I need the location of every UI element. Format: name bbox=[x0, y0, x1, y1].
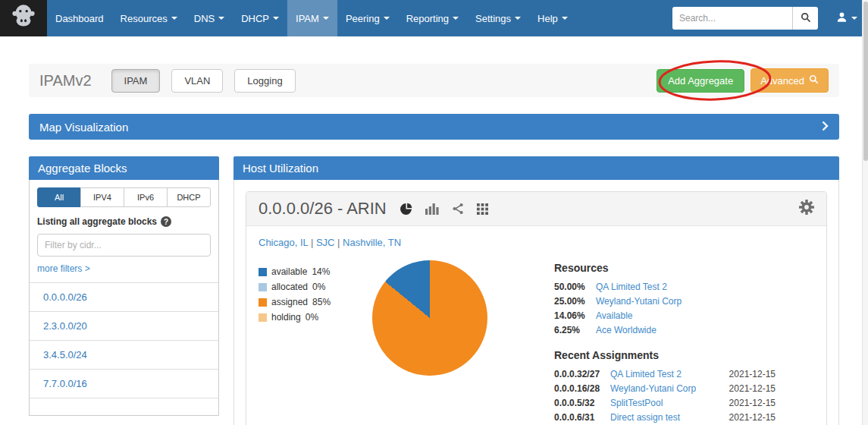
more-filters-link[interactable]: more filters > bbox=[37, 263, 90, 274]
search-icon bbox=[801, 12, 811, 25]
resource-percent: 6.25% bbox=[554, 325, 596, 335]
legend-swatch bbox=[259, 283, 267, 291]
assignment-date: 2021-12-15 bbox=[729, 398, 776, 408]
legend-label: available bbox=[271, 266, 307, 277]
location-link[interactable]: SJC bbox=[316, 237, 335, 248]
legend-swatch bbox=[259, 268, 267, 276]
nav-dhcp[interactable]: DHCP bbox=[233, 0, 287, 36]
location-link[interactable]: Nashville, TN bbox=[343, 237, 401, 248]
assignment-cidr: 0.0.0.6/31 bbox=[554, 412, 610, 423]
pie-chart bbox=[372, 260, 487, 376]
resource-link[interactable]: QA Limited Test 2 bbox=[596, 282, 667, 292]
scrollbar-thumb[interactable] bbox=[863, 2, 868, 161]
page-header: IPAMv2 IPAM VLAN Logging Add Aggregate A… bbox=[29, 64, 839, 97]
table-row: 14.06%Available bbox=[554, 310, 776, 321]
assignment-link[interactable]: QA Limited Test 2 bbox=[610, 369, 729, 379]
legend-item: assigned85% bbox=[259, 297, 363, 307]
utilization-widget-header: 0.0.0.0/26 - ARIN bbox=[246, 192, 826, 226]
pie-legend: available14% allocated0% assigned85% hol… bbox=[259, 260, 363, 327]
location-link[interactable]: Chicago, IL bbox=[259, 237, 308, 248]
nav-reporting[interactable]: Reporting bbox=[398, 0, 467, 36]
gear-icon[interactable] bbox=[799, 200, 814, 218]
search-button[interactable] bbox=[792, 7, 818, 30]
host-utilization-header: Host Utilization bbox=[233, 156, 839, 180]
nav-label: DHCP bbox=[241, 13, 269, 24]
list-item[interactable]: 0.0.0.0/26 bbox=[30, 282, 218, 311]
host-utilization-body: 0.0.0.0/26 - ARIN bbox=[233, 180, 839, 425]
nav-dns[interactable]: DNS bbox=[186, 0, 233, 36]
tab-all[interactable]: All bbox=[37, 187, 81, 207]
map-visualization-bar[interactable]: Map Visualization bbox=[29, 114, 839, 140]
legend-swatch bbox=[259, 313, 267, 322]
cidr-filter-input[interactable] bbox=[37, 234, 211, 257]
assignment-date: 2021-12-15 bbox=[729, 383, 776, 394]
global-search bbox=[672, 7, 818, 30]
resource-percent: 14.06% bbox=[554, 310, 596, 321]
legend-value: 14% bbox=[312, 266, 330, 277]
resource-link[interactable]: Weyland-Yutani Corp bbox=[596, 296, 682, 307]
map-visualization-title: Map Visualization bbox=[39, 121, 128, 134]
advanced-label: Advanced bbox=[760, 75, 804, 87]
resource-percent: 50.00% bbox=[554, 282, 596, 292]
tab-dhcp[interactable]: DHCP bbox=[167, 187, 211, 207]
assignment-date: 2021-12-15 bbox=[729, 369, 776, 379]
chevron-right-icon bbox=[822, 121, 829, 134]
aggregate-blocks-body: All IPV4 IPv6 DHCP Listing all aggregate… bbox=[29, 180, 219, 416]
tab-ipv6[interactable]: IPv6 bbox=[124, 187, 168, 207]
nav-label: Dashboard bbox=[55, 13, 104, 24]
search-icon bbox=[809, 74, 819, 87]
table-row: 0.0.0.32/27QA Limited Test 22021-12-15 bbox=[554, 369, 776, 379]
nav-dashboard[interactable]: Dashboard bbox=[47, 0, 112, 36]
legend-item: allocated0% bbox=[259, 282, 363, 292]
resource-link[interactable]: Ace Worldwide bbox=[596, 325, 656, 335]
tab-vlan[interactable]: VLAN bbox=[171, 69, 223, 93]
utilization-widget-body: Chicago, ILSJCNashville, TN available14%… bbox=[246, 226, 826, 425]
nav-label: Settings bbox=[475, 13, 511, 24]
main-content: Aggregate Blocks All IPV4 IPv6 DHCP List… bbox=[29, 156, 839, 425]
list-item[interactable]: 7.7.0.0/16 bbox=[30, 369, 218, 398]
assignment-cidr: 0.0.0.32/27 bbox=[554, 369, 610, 379]
grid-icon[interactable] bbox=[477, 203, 488, 215]
chevron-down-icon bbox=[273, 17, 279, 20]
tab-ipam[interactable]: IPAM bbox=[111, 69, 161, 93]
nav-help[interactable]: Help bbox=[529, 0, 576, 36]
share-icon[interactable] bbox=[452, 203, 464, 215]
gorilla-logo-icon bbox=[6, 2, 41, 34]
add-aggregate-button[interactable]: Add Aggregate bbox=[656, 69, 744, 93]
top-navbar: Dashboard Resources DNS DHCP IPAM Peerin… bbox=[0, 0, 868, 36]
assignment-link[interactable]: SplitTestPool bbox=[610, 398, 729, 408]
nav-label: Help bbox=[537, 13, 558, 24]
nav-peering[interactable]: Peering bbox=[337, 0, 398, 36]
resource-link[interactable]: Available bbox=[596, 310, 632, 321]
assignment-link[interactable]: Direct assign test bbox=[610, 412, 729, 423]
bar-chart-icon[interactable] bbox=[425, 203, 439, 215]
list-item[interactable]: 3.4.5.0/24 bbox=[30, 340, 218, 369]
user-icon bbox=[836, 11, 848, 26]
table-row: 25.00%Weyland-Yutani Corp bbox=[554, 296, 776, 307]
app-logo[interactable] bbox=[0, 0, 47, 36]
chevron-down-icon bbox=[218, 17, 224, 20]
tab-logging[interactable]: Logging bbox=[234, 69, 295, 93]
nav-ipam[interactable]: IPAM bbox=[287, 0, 337, 36]
nav-settings[interactable]: Settings bbox=[467, 0, 529, 36]
tab-ipv4[interactable]: IPV4 bbox=[80, 187, 124, 207]
aggregate-block-list: 0.0.0.0/26 2.3.0.0/20 3.4.5.0/24 7.7.0.0… bbox=[30, 282, 218, 415]
scrollbar-track[interactable] bbox=[862, 0, 868, 425]
legend-item: available14% bbox=[259, 266, 363, 277]
nav-resources[interactable]: Resources bbox=[112, 0, 186, 36]
listing-label: Listing all aggregate blocks bbox=[37, 216, 211, 227]
help-icon[interactable] bbox=[161, 216, 171, 227]
search-input[interactable] bbox=[672, 7, 792, 30]
list-item[interactable]: 2.3.0.0/20 bbox=[30, 311, 218, 340]
nav-label: DNS bbox=[194, 13, 215, 24]
assignment-link[interactable]: Weyland-Yutani Corp bbox=[610, 383, 729, 394]
table-row: 0.0.0.16/28Weyland-Yutani Corp2021-12-15 bbox=[554, 383, 776, 394]
advanced-search-button[interactable]: Advanced bbox=[750, 68, 829, 93]
nav-menu: Dashboard Resources DNS DHCP IPAM Peerin… bbox=[47, 0, 576, 36]
nav-label: Reporting bbox=[406, 13, 449, 24]
legend-value: 85% bbox=[312, 297, 331, 307]
legend-label: allocated bbox=[271, 282, 308, 292]
list-item-partial[interactable] bbox=[30, 398, 218, 415]
table-row: 0.0.0.6/31Direct assign test2021-12-15 bbox=[554, 412, 776, 423]
pie-chart-icon[interactable] bbox=[400, 203, 412, 216]
